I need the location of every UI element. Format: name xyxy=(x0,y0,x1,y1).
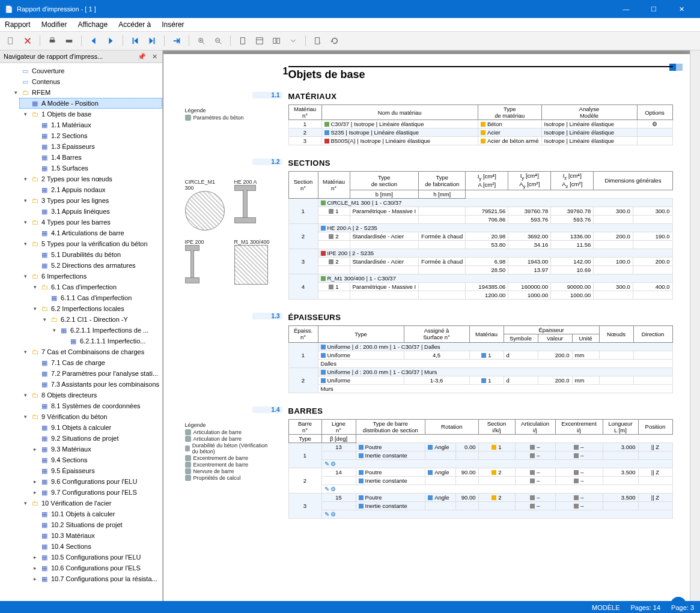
scrollbar[interactable] xyxy=(690,50,700,601)
tree-8-1[interactable]: ▦8.1 Systèmes de coordonnées xyxy=(29,400,162,411)
tree-1-3[interactable]: ▦1.3 Épaisseurs xyxy=(29,141,162,152)
tree-10-3[interactable]: ▦10.3 Matériaux xyxy=(29,530,162,541)
svg-rect-14 xyxy=(315,38,320,44)
status-page: Page: 3 xyxy=(671,604,694,611)
tree-2-1[interactable]: ▦2.1 Appuis nodaux xyxy=(29,184,162,195)
svg-rect-11 xyxy=(257,38,263,44)
tree-2[interactable]: ▾🗀2 Types pour les nœuds xyxy=(19,174,162,184)
tree-9[interactable]: ▾🗀9 Vérification du béton xyxy=(19,411,162,422)
sidebar-title: Navigateur de rapport d'impress... xyxy=(4,53,103,60)
menu-inserer[interactable]: Insérer xyxy=(160,19,185,30)
tree-1-1[interactable]: ▦1.1 Matériaux xyxy=(29,119,162,130)
tree-4-1[interactable]: ▦4.1 Articulations de barre xyxy=(29,228,162,238)
menu-affichage[interactable]: Affichage xyxy=(76,19,109,30)
section-number: 1.4 xyxy=(252,406,282,413)
tree-6-2-1-1-1[interactable]: ▦6.2.1.1.1 Imperfectio... xyxy=(58,336,162,346)
sidebar-header: Navigateur de rapport d'impress... 📌 ✕ xyxy=(0,50,162,63)
status-pages: Pages: 14 xyxy=(631,604,661,611)
tree-3[interactable]: ▾🗀3 Types pour les lignes xyxy=(19,195,162,206)
tree-10-6[interactable]: ▸▦10.6 Configurations pour l'ELS xyxy=(29,563,162,573)
refresh-button[interactable] xyxy=(327,34,342,48)
tree-4[interactable]: ▾🗀4 Types pour les barres xyxy=(19,217,162,228)
page-double-button[interactable] xyxy=(269,34,284,48)
tree-10-2[interactable]: ▦10.2 Situations de projet xyxy=(29,519,162,530)
edit-page-button[interactable] xyxy=(311,34,325,48)
tree-6[interactable]: ▾🗀6 Imperfections xyxy=(19,271,162,282)
zoom-out-button[interactable] xyxy=(211,34,225,48)
tree-9-1[interactable]: ▦9.1 Objets à calculer xyxy=(29,422,162,433)
document-area[interactable]: 1 Objets de base 1.1 Légende Paramètres … xyxy=(163,50,690,601)
tree-10-4[interactable]: ▦10.4 Sections xyxy=(29,541,162,552)
tree-5-1[interactable]: ▦5.1 Durabilités du béton xyxy=(29,249,162,260)
tree-9-3[interactable]: ▸▦9.3 Matériaux xyxy=(29,444,162,454)
page-number: 1 xyxy=(180,66,288,77)
tree-1-2[interactable]: ▦1.2 Sections xyxy=(29,130,162,141)
tree-rfem[interactable]: ▾🗀RFEM xyxy=(10,87,162,98)
print-preview-button[interactable] xyxy=(62,34,76,48)
tree-6-1-1[interactable]: ▦6.1.1 Cas d'imperfection xyxy=(38,292,162,303)
epaisseurs-table: Épaiss.n°TypeAssigné àSurface n°Matériau… xyxy=(288,325,673,393)
tree-contents[interactable]: ▭Contenus xyxy=(10,76,162,87)
tree-10-7[interactable]: ▸▦10.7 Configurations pour la résista... xyxy=(29,573,162,584)
tree-model[interactable]: ▦A Modèle - Position xyxy=(19,98,162,109)
toolbar xyxy=(0,32,700,50)
section-shape-ipe-icon xyxy=(185,245,199,283)
legend-barres: Légende Articulation de barreArticulatio… xyxy=(185,422,275,482)
status-bar: MODÈLE Pages: 14 Page: 3 xyxy=(0,601,700,613)
nav-next-button[interactable] xyxy=(103,34,118,48)
zoom-in-button[interactable] xyxy=(194,34,208,48)
svg-rect-10 xyxy=(241,38,245,44)
menu-modifier[interactable]: Modifier xyxy=(40,19,68,30)
menu-rapport[interactable]: Rapport xyxy=(4,19,32,30)
tree-9-4[interactable]: ▦9.4 Sections xyxy=(29,454,162,465)
tree-3-1[interactable]: ▦3.1 Appuis linéiques xyxy=(29,206,162,217)
tree-6-2-1[interactable]: ▾🗀6.2.1 CI1 - Direction -Y xyxy=(38,314,162,325)
tree-1-4[interactable]: ▦1.4 Barres xyxy=(29,152,162,163)
tree-5[interactable]: ▾🗀5 Types pour la vérification du béton xyxy=(19,238,162,249)
tree-7-3[interactable]: ▦7.3 Assistants pour les combinaisons xyxy=(29,379,162,390)
nav-tree[interactable]: ▭Couverture ▭Contenus ▾🗀RFEM ▦A Modèle -… xyxy=(0,63,162,601)
svg-rect-1 xyxy=(50,40,55,42)
close-button[interactable]: ✕ xyxy=(668,0,695,18)
tree-6-2[interactable]: ▾🗀6.2 Imperfections locales xyxy=(29,303,162,314)
sidebar-close-button[interactable]: ✕ xyxy=(150,52,159,61)
tree-10-1[interactable]: ▦10.1 Objets à calculer xyxy=(29,509,162,519)
tree-10[interactable]: ▾🗀10 Vérification de l'acier xyxy=(19,498,162,509)
tree-9-6[interactable]: ▸▦9.6 Configurations pour l'ELU xyxy=(29,476,162,487)
sidebar-pin-button[interactable]: 📌 xyxy=(138,52,146,61)
tree-7-1[interactable]: ▦7.1 Cas de charge xyxy=(29,357,162,368)
svg-rect-12 xyxy=(273,38,276,44)
tree-1-5[interactable]: ▦1.5 Surfaces xyxy=(29,163,162,174)
menu-acceder[interactable]: Accéder à xyxy=(117,19,152,30)
tree-9-7[interactable]: ▸▦9.7 Configurations pour l'ELS xyxy=(29,487,162,498)
tree-7[interactable]: ▾🗀7 Cas et Combinaisons de charges xyxy=(19,346,162,357)
section-title-sections: SECTIONS xyxy=(288,159,673,168)
tree-6-1[interactable]: ▾🗀6.1 Cas d'imperfection xyxy=(29,282,162,292)
nav-first-button[interactable] xyxy=(128,34,142,48)
section-shape-circle-icon xyxy=(185,191,225,231)
minimize-button[interactable]: — xyxy=(612,0,640,18)
tree-cover[interactable]: ▭Couverture xyxy=(10,65,162,76)
tree-1[interactable]: ▾🗀1 Objets de base xyxy=(19,109,162,119)
section-number: 1.2 xyxy=(252,159,282,165)
maximize-button[interactable]: ☐ xyxy=(640,0,668,18)
nav-prev-button[interactable] xyxy=(87,34,101,48)
svg-rect-5 xyxy=(133,38,134,44)
new-report-button[interactable] xyxy=(4,34,18,48)
dropdown-button[interactable] xyxy=(286,34,300,48)
goto-button[interactable] xyxy=(169,34,184,48)
tree-8[interactable]: ▾🗀8 Objets directeurs xyxy=(19,390,162,400)
nav-last-button[interactable] xyxy=(145,34,159,48)
page-layout-button[interactable] xyxy=(252,34,267,48)
tree-9-5[interactable]: ▦9.5 Épaisseurs xyxy=(29,465,162,476)
page-single-button[interactable] xyxy=(236,34,250,48)
menu-bar: Rapport Modifier Affichage Accéder à Ins… xyxy=(0,18,700,32)
tree-10-5[interactable]: ▸▦10.5 Configurations pour l'ELU xyxy=(29,552,162,563)
tree-6-2-1-1[interactable]: ▾▦6.2.1.1 Imperfections de ... xyxy=(48,325,162,336)
tree-9-2[interactable]: ▦9.2 Situations de projet xyxy=(29,433,162,444)
tree-5-2[interactable]: ▦5.2 Directions des armatures xyxy=(29,260,162,271)
section-title-epaisseurs: ÉPAISSEURS xyxy=(288,313,673,322)
print-button[interactable] xyxy=(45,34,59,48)
delete-report-button[interactable] xyxy=(20,34,35,48)
tree-7-2[interactable]: ▦7.2 Paramètres pour l'analyse stati... xyxy=(29,368,162,379)
